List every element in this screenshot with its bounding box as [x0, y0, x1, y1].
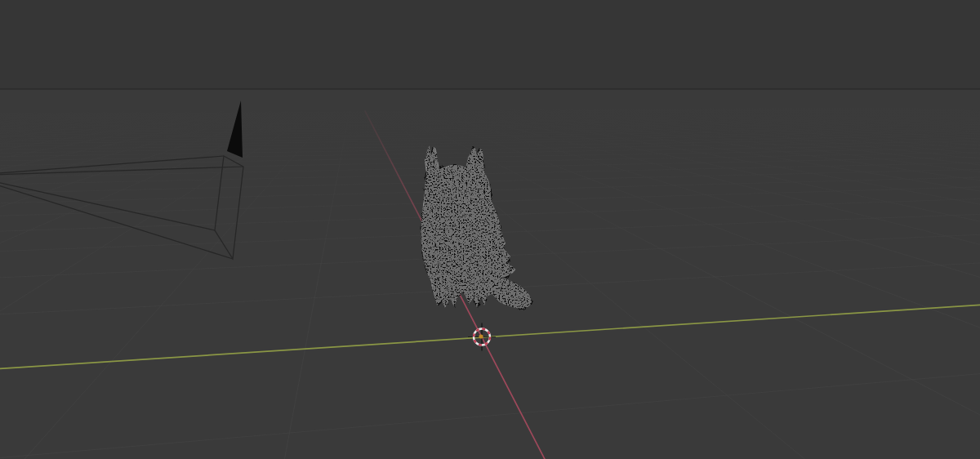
viewport-canvas[interactable]: [0, 0, 980, 459]
horizon-line: [0, 88, 980, 90]
sky-background: [0, 0, 980, 89]
object-origin-dot: [479, 334, 483, 338]
blender-3d-viewport[interactable]: [0, 0, 980, 459]
